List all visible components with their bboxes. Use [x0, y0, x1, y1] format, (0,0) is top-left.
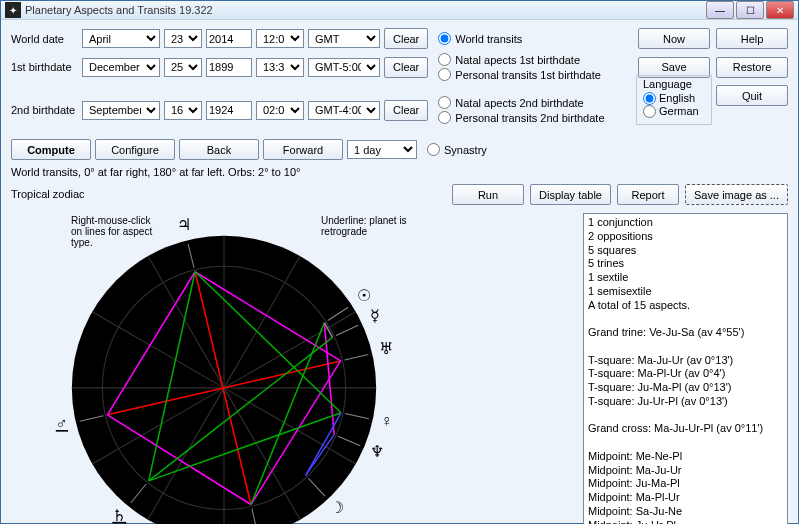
- bd2-year-input[interactable]: [206, 101, 252, 120]
- app-window: ✦ Planetary Aspects and Transits 19.322 …: [0, 0, 799, 524]
- titlebar: ✦ Planetary Aspects and Transits 19.322 …: [1, 1, 798, 20]
- help-button[interactable]: Help: [716, 28, 788, 49]
- forward-button[interactable]: Forward: [263, 139, 343, 160]
- radio-english[interactable]: [643, 92, 656, 105]
- radio-personal-2[interactable]: [438, 111, 451, 124]
- close-button[interactable]: ✕: [766, 1, 794, 19]
- label-first-birthdate: 1st birthdate: [11, 61, 78, 73]
- transit-type-radios: World transits: [438, 32, 522, 45]
- world-tz-select[interactable]: GMT: [308, 29, 380, 48]
- svg-text:☿: ☿: [370, 307, 380, 325]
- report-button[interactable]: Report: [617, 184, 679, 205]
- world-time-select[interactable]: 12:00: [256, 29, 304, 48]
- svg-text:☽: ☽: [330, 499, 344, 517]
- save-image-button[interactable]: Save image as ...: [685, 184, 788, 205]
- radio-german[interactable]: [643, 105, 656, 118]
- clear-bd1-button[interactable]: Clear: [384, 57, 428, 78]
- radio-natal-1[interactable]: [438, 53, 451, 66]
- world-month-select[interactable]: April: [82, 29, 160, 48]
- svg-text:♃: ♃: [177, 216, 191, 234]
- radio-natal-2[interactable]: [438, 96, 451, 109]
- hint-right: Underline: planet is retrograde: [321, 215, 421, 237]
- world-day-select[interactable]: 23: [164, 29, 202, 48]
- run-button[interactable]: Run: [452, 184, 524, 205]
- label-second-birthdate: 2nd birthdate: [11, 104, 78, 116]
- orbs-info: World transits, 0° at far right, 180° at…: [11, 166, 788, 178]
- world-year-input[interactable]: [206, 29, 252, 48]
- compute-button[interactable]: Compute: [11, 139, 91, 160]
- astro-wheel: ☉☽☿♀♂♃♄♅♆♇: [11, 213, 579, 524]
- radio-world-transits[interactable]: [438, 32, 451, 45]
- svg-text:☉: ☉: [357, 287, 371, 305]
- hint-left: Right-mouse-click on lines for aspect ty…: [71, 215, 161, 248]
- quit-button[interactable]: Quit: [716, 85, 788, 106]
- language-box: Language English German: [636, 75, 712, 125]
- maximize-button[interactable]: ☐: [736, 1, 764, 19]
- svg-text:♅: ♅: [379, 340, 393, 358]
- display-table-button[interactable]: Display table: [530, 184, 611, 205]
- zodiac-label: Tropical zodiac: [11, 188, 85, 200]
- bd1-tz-select[interactable]: GMT-5:00: [308, 58, 380, 77]
- radio-personal-1[interactable]: [438, 68, 451, 81]
- window-title: Planetary Aspects and Transits 19.322: [25, 4, 706, 16]
- bd1-time-select[interactable]: 13:30: [256, 58, 304, 77]
- svg-text:♂: ♂: [56, 415, 68, 433]
- bd2-day-select[interactable]: 16: [164, 101, 202, 120]
- svg-text:♆: ♆: [370, 443, 384, 461]
- bd1-month-select[interactable]: December: [82, 58, 160, 77]
- clear-world-button[interactable]: Clear: [384, 28, 428, 49]
- label-world-date: World date: [11, 33, 78, 45]
- bd1-day-select[interactable]: 25: [164, 58, 202, 77]
- svg-text:♀: ♀: [381, 412, 393, 430]
- svg-text:♄: ♄: [112, 507, 126, 524]
- app-icon: ✦: [5, 2, 21, 18]
- bd2-tz-select[interactable]: GMT-4:00: [308, 101, 380, 120]
- bd1-year-input[interactable]: [206, 58, 252, 77]
- chart-area[interactable]: Right-mouse-click on lines for aspect ty…: [11, 213, 579, 524]
- clear-bd2-button[interactable]: Clear: [384, 100, 428, 121]
- back-button[interactable]: Back: [179, 139, 259, 160]
- now-button[interactable]: Now: [638, 28, 710, 49]
- minimize-button[interactable]: —: [706, 1, 734, 19]
- step-select[interactable]: 1 day: [347, 140, 417, 159]
- analysis-text: 1 conjunction 2 oppositions 5 squares 5 …: [588, 216, 783, 524]
- configure-button[interactable]: Configure: [95, 139, 175, 160]
- bd2-month-select[interactable]: September: [82, 101, 160, 120]
- analysis-pane[interactable]: 1 conjunction 2 oppositions 5 squares 5 …: [583, 213, 788, 524]
- restore-button[interactable]: Restore: [716, 57, 788, 78]
- bd2-time-select[interactable]: 02:00: [256, 101, 304, 120]
- radio-synastry[interactable]: [427, 143, 440, 156]
